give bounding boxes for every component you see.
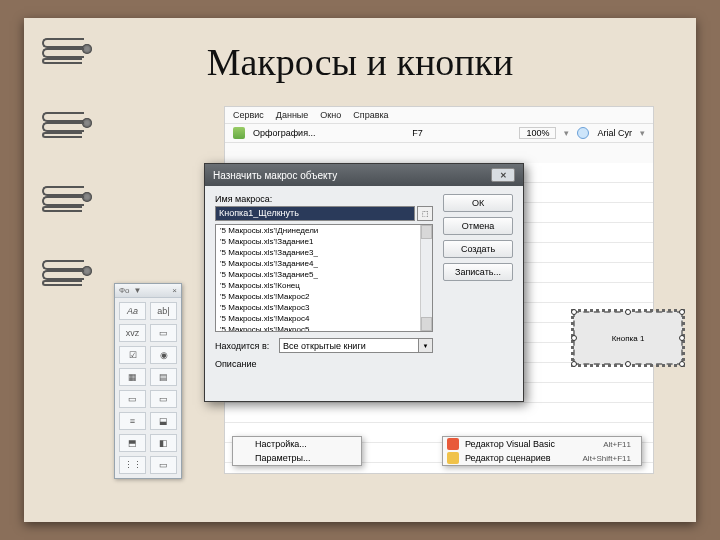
menu-window[interactable]: Окно — [320, 110, 341, 120]
spiral-binding — [42, 32, 86, 288]
dialog-titlebar[interactable]: Назначить макрос объекту ✕ — [205, 164, 523, 186]
list-item[interactable]: '5 Макросы.xls'!Конец — [216, 280, 432, 291]
tool-label[interactable]: Aa — [119, 302, 146, 320]
list-item[interactable]: '5 Макросы.xls'!Задание1 — [216, 236, 432, 247]
cancel-button[interactable]: Отмена — [443, 217, 513, 235]
globe-icon[interactable] — [577, 127, 589, 139]
spellcheck-icon[interactable] — [233, 127, 245, 139]
tool-checkbox[interactable]: ☑ — [119, 346, 146, 364]
menu-item-script-editor[interactable]: Редактор сценариев Alt+Shift+F11 — [443, 451, 641, 465]
menu-bar[interactable]: Сервис Данные Окно Справка — [225, 107, 653, 124]
editors-popup: Редактор Visual Basic Alt+F11 Редактор с… — [442, 436, 642, 466]
list-item[interactable]: '5 Макросы.xls'!Макрос2 — [216, 291, 432, 302]
toolbar: Орфография... F7 100% ▾ Arial Cyr ▾ — [225, 124, 653, 143]
shortcut: Alt+Shift+F11 — [583, 454, 631, 463]
tool-run[interactable]: ◧ — [150, 434, 177, 452]
tool-misc[interactable]: ▭ — [150, 456, 177, 474]
dialog-title: Назначить макрос объекту — [213, 170, 337, 181]
scrollbar[interactable] — [420, 225, 432, 331]
menu-item-customize[interactable]: Настройка... — [233, 437, 361, 451]
ok-button[interactable]: ОК — [443, 194, 513, 212]
location-combo[interactable]: ▼ — [279, 338, 433, 353]
list-item[interactable]: '5 Макросы.xls'!Задание5_ — [216, 269, 432, 280]
tool-toggle-grid[interactable]: ⬒ — [119, 434, 146, 452]
tool-button[interactable]: ▭ — [150, 324, 177, 342]
record-button[interactable]: Записать... — [443, 263, 513, 281]
refedit-icon[interactable]: ⬚ — [417, 206, 433, 221]
list-item[interactable]: '5 Макросы.xls'!Макрос5 — [216, 324, 432, 332]
menu-label: Редактор сценариев — [465, 453, 551, 463]
assign-macro-dialog: Назначить макрос объекту ✕ Имя макроса: … — [204, 163, 524, 402]
description-label: Описание — [215, 359, 433, 369]
tool-spinner[interactable]: ▭ — [150, 390, 177, 408]
menu-help[interactable]: Справка — [353, 110, 388, 120]
button-shape-label: Кнопка 1 — [612, 334, 645, 343]
settings-popup: Настройка... Параметры... — [232, 436, 362, 466]
tool-code[interactable]: ⬓ — [150, 412, 177, 430]
vb-editor-icon — [447, 438, 459, 450]
font-select[interactable]: Arial Cyr — [597, 128, 632, 138]
macro-name-label: Имя макроса: — [215, 194, 433, 204]
menu-item-vbe[interactable]: Редактор Visual Basic Alt+F11 — [443, 437, 641, 451]
menu-service[interactable]: Сервис — [233, 110, 264, 120]
location-label: Находится в: — [215, 341, 273, 351]
location-input[interactable] — [279, 338, 419, 353]
list-item[interactable]: '5 Макросы.xls'!Макрос4 — [216, 313, 432, 324]
spellcheck-shortcut: F7 — [412, 128, 423, 138]
tool-listbox[interactable]: ▦ — [119, 368, 146, 386]
tool-textbox[interactable]: ab| — [150, 302, 177, 320]
zoom-select[interactable]: 100% — [519, 127, 556, 139]
button-shape[interactable]: Кнопка 1 — [573, 311, 683, 365]
toolbox-header[interactable]: Фо ▼ × — [115, 284, 181, 298]
tool-properties[interactable]: ≡ — [119, 412, 146, 430]
menu-item-options[interactable]: Параметры... — [233, 451, 361, 465]
close-icon[interactable]: ✕ — [491, 168, 515, 182]
macro-listbox[interactable]: '5 Макросы.xls'!Днинедели '5 Макросы.xls… — [215, 224, 433, 332]
list-item[interactable]: '5 Макросы.xls'!Макрос3 — [216, 302, 432, 313]
list-item[interactable]: '5 Макросы.xls'!Задание3_ — [216, 247, 432, 258]
script-editor-icon — [447, 452, 459, 464]
tool-groupbox[interactable]: xvz — [119, 324, 146, 342]
forms-toolbox[interactable]: Фо ▼ × Aa ab| xvz ▭ ☑ ◉ ▦ ▤ ▭ ▭ ≡ ⬓ ⬒ ◧ … — [114, 283, 182, 479]
create-button[interactable]: Создать — [443, 240, 513, 258]
tool-scrollbar[interactable]: ▭ — [119, 390, 146, 408]
spellcheck-label[interactable]: Орфография... — [253, 128, 316, 138]
slide-title: Макросы и кнопки — [24, 18, 696, 84]
tool-option[interactable]: ◉ — [150, 346, 177, 364]
list-item[interactable]: '5 Макросы.xls'!Днинедели — [216, 225, 432, 236]
dropdown-icon[interactable]: ▼ — [134, 286, 142, 295]
macro-name-input[interactable]: Кнопка1_Щелкнуть — [215, 206, 415, 221]
menu-data[interactable]: Данные — [276, 110, 309, 120]
close-icon[interactable]: × — [172, 286, 177, 295]
toolbox-title: Фо — [119, 286, 130, 295]
menu-label: Редактор Visual Basic — [465, 439, 555, 449]
list-item[interactable]: '5 Макросы.xls'!Задание4_ — [216, 258, 432, 269]
chevron-down-icon[interactable]: ▼ — [419, 338, 433, 353]
shortcut: Alt+F11 — [603, 440, 631, 449]
tool-combobox[interactable]: ▤ — [150, 368, 177, 386]
tool-grid-icon[interactable]: ⋮⋮ — [119, 456, 146, 474]
